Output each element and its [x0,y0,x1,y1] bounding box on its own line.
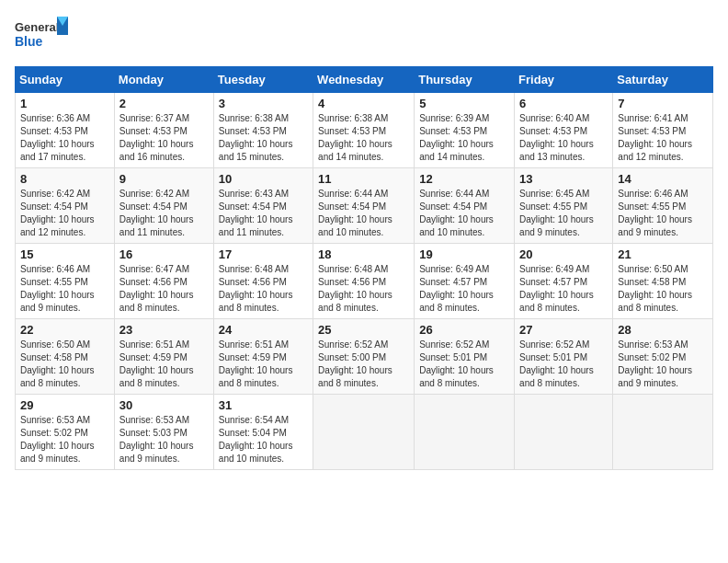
calendar-cell: 28Sunrise: 6:53 AM Sunset: 5:02 PM Dayli… [613,319,713,395]
day-info: Sunrise: 6:46 AM Sunset: 4:55 PM Dayligh… [618,188,708,239]
day-number: 5 [419,97,509,110]
day-number: 21 [618,247,708,261]
calendar-cell: 1Sunrise: 6:36 AM Sunset: 4:53 PM Daylig… [16,93,115,168]
day-number: 6 [519,97,608,110]
day-info: Sunrise: 6:41 AM Sunset: 4:53 PM Dayligh… [618,112,708,164]
day-number: 28 [618,323,708,337]
day-number: 19 [419,247,509,261]
day-number: 7 [618,97,708,110]
column-header-tuesday: Tuesday [213,67,313,93]
calendar-cell: 23Sunrise: 6:51 AM Sunset: 4:59 PM Dayli… [114,319,213,395]
column-header-friday: Friday [515,67,613,93]
calendar-cell: 31Sunrise: 6:54 AM Sunset: 5:04 PM Dayli… [213,395,313,470]
calendar-cell: 10Sunrise: 6:43 AM Sunset: 4:54 PM Dayli… [213,168,313,244]
day-info: Sunrise: 6:48 AM Sunset: 4:56 PM Dayligh… [318,263,409,315]
day-info: Sunrise: 6:36 AM Sunset: 4:53 PM Dayligh… [20,112,109,164]
day-number: 16 [119,247,209,261]
day-info: Sunrise: 6:53 AM Sunset: 5:03 PM Dayligh… [119,414,209,465]
calendar-cell [515,395,613,470]
day-number: 17 [219,247,308,261]
calendar-cell: 14Sunrise: 6:46 AM Sunset: 4:55 PM Dayli… [613,168,713,244]
calendar-cell: 2Sunrise: 6:37 AM Sunset: 4:53 PM Daylig… [114,93,213,168]
calendar-cell: 17Sunrise: 6:48 AM Sunset: 4:56 PM Dayli… [213,244,313,319]
day-number: 20 [519,247,608,261]
calendar-cell: 9Sunrise: 6:42 AM Sunset: 4:54 PM Daylig… [114,168,213,244]
calendar-cell [313,395,415,470]
column-header-sunday: Sunday [16,67,115,93]
calendar-body: 1Sunrise: 6:36 AM Sunset: 4:53 PM Daylig… [16,93,713,470]
column-header-thursday: Thursday [415,67,515,93]
day-number: 27 [519,323,608,337]
svg-text:General: General [15,20,59,34]
day-number: 30 [119,398,209,412]
calendar-cell: 19Sunrise: 6:49 AM Sunset: 4:57 PM Dayli… [415,244,515,319]
day-info: Sunrise: 6:47 AM Sunset: 4:56 PM Dayligh… [119,263,209,315]
day-info: Sunrise: 6:38 AM Sunset: 4:53 PM Dayligh… [219,112,308,164]
calendar-cell: 29Sunrise: 6:53 AM Sunset: 5:02 PM Dayli… [16,395,115,470]
calendar-cell: 6Sunrise: 6:40 AM Sunset: 4:53 PM Daylig… [515,93,613,168]
calendar-cell: 8Sunrise: 6:42 AM Sunset: 4:54 PM Daylig… [16,168,115,244]
day-info: Sunrise: 6:49 AM Sunset: 4:57 PM Dayligh… [419,263,509,315]
logo-svg: General Blue [15,15,70,55]
day-number: 31 [219,398,308,412]
day-info: Sunrise: 6:38 AM Sunset: 4:53 PM Dayligh… [318,112,409,164]
day-info: Sunrise: 6:52 AM Sunset: 5:01 PM Dayligh… [419,339,509,390]
day-info: Sunrise: 6:54 AM Sunset: 5:04 PM Dayligh… [219,414,308,465]
day-info: Sunrise: 6:45 AM Sunset: 4:55 PM Dayligh… [519,188,608,239]
day-number: 3 [219,97,308,110]
svg-text:Blue: Blue [15,34,43,49]
day-number: 26 [419,323,509,337]
calendar-cell: 12Sunrise: 6:44 AM Sunset: 4:54 PM Dayli… [415,168,515,244]
day-info: Sunrise: 6:39 AM Sunset: 4:53 PM Dayligh… [419,112,509,164]
day-number: 14 [618,172,708,186]
day-number: 11 [318,172,409,186]
day-info: Sunrise: 6:42 AM Sunset: 4:54 PM Dayligh… [20,188,109,239]
calendar-week-row: 1Sunrise: 6:36 AM Sunset: 4:53 PM Daylig… [16,93,713,168]
day-info: Sunrise: 6:44 AM Sunset: 4:54 PM Dayligh… [419,188,509,239]
day-info: Sunrise: 6:40 AM Sunset: 4:53 PM Dayligh… [519,112,608,164]
calendar-cell: 24Sunrise: 6:51 AM Sunset: 4:59 PM Dayli… [213,319,313,395]
day-number: 29 [20,398,109,412]
calendar-cell: 27Sunrise: 6:52 AM Sunset: 5:01 PM Dayli… [515,319,613,395]
day-number: 9 [119,172,209,186]
day-info: Sunrise: 6:52 AM Sunset: 5:01 PM Dayligh… [519,339,608,390]
calendar-cell [613,395,713,470]
day-number: 8 [20,172,109,186]
day-number: 4 [318,97,409,110]
day-number: 25 [318,323,409,337]
calendar-cell: 11Sunrise: 6:44 AM Sunset: 4:54 PM Dayli… [313,168,415,244]
calendar-cell: 20Sunrise: 6:49 AM Sunset: 4:57 PM Dayli… [515,244,613,319]
day-info: Sunrise: 6:37 AM Sunset: 4:53 PM Dayligh… [119,112,209,164]
calendar-cell: 25Sunrise: 6:52 AM Sunset: 5:00 PM Dayli… [313,319,415,395]
day-info: Sunrise: 6:48 AM Sunset: 4:56 PM Dayligh… [219,263,308,315]
day-info: Sunrise: 6:49 AM Sunset: 4:57 PM Dayligh… [519,263,608,315]
day-number: 10 [219,172,308,186]
day-info: Sunrise: 6:53 AM Sunset: 5:02 PM Dayligh… [20,414,109,465]
calendar-cell: 15Sunrise: 6:46 AM Sunset: 4:55 PM Dayli… [16,244,115,319]
calendar-cell: 22Sunrise: 6:50 AM Sunset: 4:58 PM Dayli… [16,319,115,395]
day-info: Sunrise: 6:51 AM Sunset: 4:59 PM Dayligh… [119,339,209,390]
calendar-cell: 18Sunrise: 6:48 AM Sunset: 4:56 PM Dayli… [313,244,415,319]
day-info: Sunrise: 6:46 AM Sunset: 4:55 PM Dayligh… [20,263,109,315]
day-number: 2 [119,97,209,110]
column-header-monday: Monday [114,67,213,93]
day-info: Sunrise: 6:51 AM Sunset: 4:59 PM Dayligh… [219,339,308,390]
calendar-week-row: 29Sunrise: 6:53 AM Sunset: 5:02 PM Dayli… [16,395,713,470]
calendar-week-row: 22Sunrise: 6:50 AM Sunset: 4:58 PM Dayli… [16,319,713,395]
day-info: Sunrise: 6:50 AM Sunset: 4:58 PM Dayligh… [618,263,708,315]
calendar-cell: 3Sunrise: 6:38 AM Sunset: 4:53 PM Daylig… [213,93,313,168]
calendar-table: SundayMondayTuesdayWednesdayThursdayFrid… [15,66,713,470]
calendar-cell: 21Sunrise: 6:50 AM Sunset: 4:58 PM Dayli… [613,244,713,319]
calendar-cell: 16Sunrise: 6:47 AM Sunset: 4:56 PM Dayli… [114,244,213,319]
calendar-cell: 26Sunrise: 6:52 AM Sunset: 5:01 PM Dayli… [415,319,515,395]
day-info: Sunrise: 6:42 AM Sunset: 4:54 PM Dayligh… [119,188,209,239]
day-info: Sunrise: 6:50 AM Sunset: 4:58 PM Dayligh… [20,339,109,390]
calendar-week-row: 8Sunrise: 6:42 AM Sunset: 4:54 PM Daylig… [16,168,713,244]
day-number: 13 [519,172,608,186]
day-number: 22 [20,323,109,337]
calendar-cell: 30Sunrise: 6:53 AM Sunset: 5:03 PM Dayli… [114,395,213,470]
day-number: 12 [419,172,509,186]
calendar-week-row: 15Sunrise: 6:46 AM Sunset: 4:55 PM Dayli… [16,244,713,319]
day-info: Sunrise: 6:43 AM Sunset: 4:54 PM Dayligh… [219,188,308,239]
calendar-cell: 7Sunrise: 6:41 AM Sunset: 4:53 PM Daylig… [613,93,713,168]
